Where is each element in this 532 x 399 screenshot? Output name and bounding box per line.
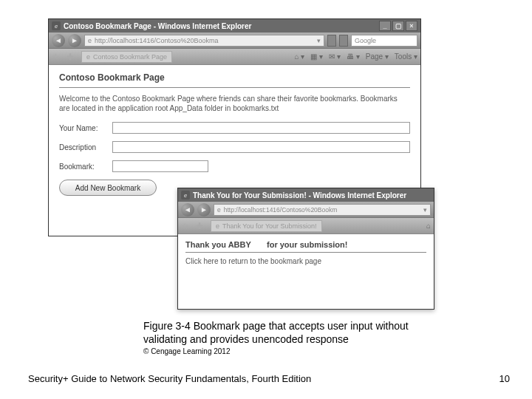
popup-forward-button[interactable]: ► [197, 203, 211, 216]
main-window-title: Contoso Bookmark Page - Windows Internet… [64, 22, 251, 30]
home-icon[interactable]: ⌂ ▾ [295, 52, 305, 61]
popup-tabbar: ☆ ✚ e Thank You for Your Submission! ⌂ [178, 218, 434, 234]
popup-navbar: ◄ ► e http://localhost:1416/Contoso%20Bo… [178, 202, 434, 218]
tab-title: Contoso Bookmark Page [93, 53, 167, 61]
add-favorites-icon[interactable]: ✚ [66, 52, 77, 62]
home-icon[interactable]: ⌂ [426, 222, 431, 230]
popup-browser-tab[interactable]: e Thank You for Your Submission! [211, 220, 322, 232]
description-input[interactable] [112, 141, 410, 153]
feeds-icon[interactable]: ▦ ▾ [310, 52, 323, 61]
dropdown-icon[interactable]: ▾ [317, 37, 321, 44]
main-content: Contoso Bookmark Page Welcome to the Con… [49, 65, 420, 203]
popup-back-button[interactable]: ◄ [181, 203, 194, 216]
popup-address-bar[interactable]: e http://localhost:1416/Contoso%20Bookm … [214, 204, 431, 216]
add-bookmark-button[interactable]: Add New Bookmark [59, 180, 157, 196]
tools-menu[interactable]: Tools ▾ [395, 52, 417, 61]
page-menu[interactable]: Page ▾ [366, 52, 389, 61]
mail-icon[interactable]: ✉ ▾ [329, 52, 341, 61]
bookmark-input[interactable] [112, 160, 208, 172]
ie-icon: e [181, 191, 190, 200]
popup-url-text: http://localhost:1416/Contoso%20Bookm [224, 206, 338, 214]
popup-browser-window: e Thank You for Your Submission! - Windo… [177, 188, 434, 310]
copyright-text: © Cengage Learning 2012 [143, 347, 230, 355]
page-number: 10 [499, 373, 510, 384]
thank-suffix: for your submission! [267, 240, 347, 249]
search-placeholder: Google [355, 37, 376, 44]
favorites-star-icon[interactable]: ☆ [52, 52, 62, 62]
main-titlebar: e Contoso Bookmark Page - Windows Intern… [49, 19, 420, 33]
footer-text: Security+ Guide to Network Security Fund… [28, 373, 311, 384]
popup-titlebar: e Thank You for Your Submission! - Windo… [178, 188, 434, 202]
ie-icon: e [52, 21, 61, 30]
refresh-button[interactable] [327, 35, 336, 47]
divider [59, 87, 410, 88]
name-label: Your Name: [59, 124, 112, 132]
popup-content: Thank you ABBY for your submission! Clic… [178, 234, 434, 271]
maximize-button[interactable]: ▢ [392, 21, 404, 31]
stop-button[interactable] [339, 35, 348, 47]
figure-caption: Figure 3-4 Bookmark page that accepts us… [143, 319, 417, 346]
divider [185, 252, 426, 253]
page-icon: e [88, 37, 92, 44]
address-bar[interactable]: e http://localhost:1416/Contoso%20Bookma… [84, 35, 324, 47]
description-label: Description [59, 143, 112, 151]
add-favorites-icon[interactable]: ✚ [196, 221, 206, 231]
tab-page-icon: e [216, 222, 219, 230]
main-tabbar: ☆ ✚ e Contoso Bookmark Page ⌂ ▾ ▦ ▾ ✉ ▾ … [49, 49, 420, 65]
name-input[interactable] [112, 122, 410, 134]
thank-you-line: Thank you ABBY for your submission! [185, 240, 426, 249]
return-link[interactable]: Click here to return to the bookmark pag… [185, 257, 426, 265]
back-button[interactable]: ◄ [52, 34, 65, 47]
url-text: http://localhost:1416/Contoso%20Bookma [95, 37, 219, 44]
intro-text: Welcome to the Contoso Bookmark Page whe… [59, 94, 410, 113]
search-box[interactable]: Google [351, 35, 417, 47]
main-navbar: ◄ ► e http://localhost:1416/Contoso%20Bo… [49, 33, 420, 49]
page-heading: Contoso Bookmark Page [59, 72, 410, 83]
browser-tab[interactable]: e Contoso Bookmark Page [81, 51, 172, 63]
minimize-button[interactable]: _ [379, 21, 391, 31]
page-icon: e [217, 206, 221, 214]
thank-prefix: Thank you ABBY [185, 240, 251, 249]
popup-window-title: Thank You for Your Submission! - Windows… [193, 191, 406, 200]
add-bookmark-label: Add New Bookmark [75, 184, 140, 192]
bookmark-label: Bookmark: [59, 163, 112, 171]
tab-page-icon: e [86, 53, 90, 61]
close-button[interactable]: × [406, 21, 417, 31]
dropdown-icon[interactable]: ▾ [423, 206, 427, 214]
favorites-star-icon[interactable]: ☆ [181, 221, 191, 231]
popup-tab-title: Thank You for Your Submission! [222, 222, 317, 230]
print-icon[interactable]: 🖶 ▾ [347, 52, 360, 61]
forward-button[interactable]: ► [68, 34, 81, 47]
